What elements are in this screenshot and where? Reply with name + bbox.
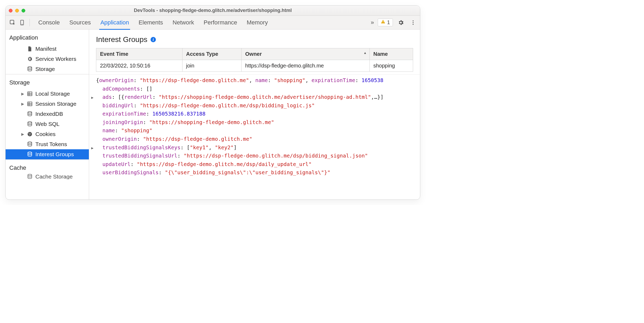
minimize-window[interactable] <box>15 9 19 12</box>
panel-title: Interest Groups <box>96 35 147 44</box>
db-icon <box>27 121 33 127</box>
sidebar-group-title: Cache <box>6 160 89 174</box>
svg-point-17 <box>28 112 32 113</box>
traffic-lights <box>9 9 25 12</box>
sidebar-item-label: Cookies <box>35 131 56 137</box>
sidebar-item-label: Service Workers <box>35 56 76 62</box>
object-prop-name: name: "shopping" <box>91 126 420 135</box>
device-toolbar-icon[interactable] <box>18 18 26 27</box>
sidebar-item-label: Cache Storage <box>35 174 73 179</box>
object-prop-trustedBiddingSignalsUrl: trustedBiddingSignalsUrl: "https://dsp-f… <box>91 152 420 160</box>
svg-point-21 <box>30 134 31 134</box>
sidebar-item-label: Local Storage <box>35 91 70 97</box>
divider <box>30 19 30 26</box>
disclosure-triangle[interactable]: ▶ <box>98 95 102 101</box>
sidebar-item-label: IndexedDB <box>35 111 63 117</box>
object-root[interactable]: ▼{ownerOrigin: "https://dsp-fledge-demo.… <box>91 76 420 85</box>
sidebar-item-label: Trust Tokens <box>35 141 67 147</box>
warnings-badge[interactable]: 1 <box>378 19 393 26</box>
sidebar-item-label: Session Storage <box>35 101 76 107</box>
disclosure-triangle[interactable]: ▶ <box>21 102 24 106</box>
info-icon[interactable]: i <box>151 37 156 42</box>
sidebar-item-cache-storage[interactable]: Cache Storage <box>6 174 89 179</box>
object-prop-expirationTime: expirationTime: 1650538216.837188 <box>91 110 420 118</box>
svg-point-25 <box>28 174 32 176</box>
svg-point-8 <box>28 67 32 68</box>
svg-point-5 <box>413 20 414 21</box>
toolbar: ConsoleSourcesApplicationElementsNetwork… <box>6 16 420 29</box>
cookie-icon <box>27 131 33 137</box>
zoom-window[interactable] <box>22 9 25 12</box>
sidebar-item-cookies[interactable]: ▶Cookies <box>6 129 89 139</box>
tab-performance[interactable]: Performance <box>203 16 237 29</box>
svg-point-22 <box>29 134 30 135</box>
svg-point-7 <box>413 24 414 25</box>
object-viewer: ▼{ownerOrigin: "https://dsp-fledge-demo.… <box>89 74 420 181</box>
object-prop-joiningOrigin: joiningOrigin: "https://shopping-fledge-… <box>91 118 420 127</box>
sidebar-item-interest-groups[interactable]: Interest Groups <box>6 149 89 159</box>
tab-sources[interactable]: Sources <box>69 16 91 29</box>
sidebar-item-local-storage[interactable]: ▶Local Storage <box>6 89 89 99</box>
svg-point-24 <box>28 152 32 154</box>
devtools-window: DevTools - shopping-fledge-demo.glitch.m… <box>5 5 420 200</box>
table-row[interactable]: 22/03/2022, 10:50:16joinhttps://dsp-fled… <box>96 60 413 72</box>
sidebar-item-manifest[interactable]: Manifest <box>6 44 89 54</box>
sidebar-item-trust-tokens[interactable]: Trust Tokens <box>6 139 89 149</box>
document-icon <box>27 46 33 52</box>
kebab-menu-icon[interactable] <box>409 18 417 27</box>
object-prop-updateUrl: updateUrl: "https://dsp-fledge-demo.glit… <box>91 160 420 169</box>
db-icon <box>27 111 33 117</box>
object-prop-adComponents: adComponents: [] <box>91 85 420 93</box>
table-cell: 22/03/2022, 10:50:16 <box>96 60 182 72</box>
tab-memory[interactable]: Memory <box>247 16 268 29</box>
sidebar: ApplicationManifestService WorkersStorag… <box>6 29 89 199</box>
warning-icon <box>381 19 385 26</box>
disclosure-triangle[interactable]: ▶ <box>98 145 102 151</box>
sidebar-group-title: Application <box>6 29 89 44</box>
object-prop-userBiddingSignals: userBiddingSignals: "{\"user_bidding_sig… <box>91 168 420 177</box>
object-prop-biddingUrl: biddingUrl: "https://dsp-fledge-demo.gli… <box>91 101 420 110</box>
disclosure-triangle[interactable]: ▶ <box>21 92 24 96</box>
sidebar-item-label: Interest Groups <box>35 151 74 158</box>
gear-icon <box>27 56 33 62</box>
tab-console[interactable]: Console <box>38 16 60 29</box>
col-header[interactable]: Name <box>369 48 413 60</box>
sidebar-item-indexeddb[interactable]: IndexedDB <box>6 109 89 119</box>
col-header[interactable]: Access Type <box>182 48 241 60</box>
disclosure-triangle[interactable]: ▶ <box>21 132 24 136</box>
sidebar-item-label: Web SQL <box>35 121 60 127</box>
events-table: Event TimeAccess TypeOwner▲Name 22/03/20… <box>96 48 413 72</box>
tab-network[interactable]: Network <box>173 16 194 29</box>
settings-icon[interactable] <box>397 18 405 27</box>
sidebar-item-service-workers[interactable]: Service Workers <box>6 54 89 64</box>
tab-application[interactable]: Application <box>100 16 129 29</box>
sidebar-group-title: Storage <box>6 74 89 89</box>
object-prop-trustedBiddingSignalsKeys[interactable]: ▶trustedBiddingSignalsKeys: ["key1", "ke… <box>91 143 420 152</box>
close-window[interactable] <box>9 9 13 12</box>
svg-point-23 <box>28 142 32 143</box>
svg-rect-3 <box>383 21 383 22</box>
titlebar: DevTools - shopping-fledge-demo.glitch.m… <box>6 6 420 16</box>
tab-elements[interactable]: Elements <box>139 16 163 29</box>
more-tabs-icon[interactable]: » <box>368 18 377 27</box>
sidebar-item-label: Manifest <box>35 46 56 52</box>
object-prop-ads[interactable]: ▶ads: [{renderUrl: "https://shopping-fle… <box>91 93 420 101</box>
panel-tabs: ConsoleSourcesApplicationElementsNetwork… <box>38 16 367 29</box>
col-header[interactable]: Event Time <box>96 48 182 60</box>
grid-icon <box>27 101 33 107</box>
svg-rect-13 <box>28 102 32 106</box>
svg-point-20 <box>29 133 30 134</box>
col-header[interactable]: Owner▲ <box>241 48 369 60</box>
sidebar-item-storage[interactable]: Storage <box>6 64 89 74</box>
table-cell: shopping <box>369 60 413 72</box>
sort-indicator-icon: ▲ <box>364 51 367 55</box>
sidebar-item-label: Storage <box>35 66 55 72</box>
svg-point-6 <box>413 22 414 23</box>
db-icon <box>27 174 33 179</box>
disclosure-triangle[interactable]: ▼ <box>91 78 96 84</box>
sidebar-item-web-sql[interactable]: Web SQL <box>6 119 89 129</box>
sidebar-item-session-storage[interactable]: ▶Session Storage <box>6 99 89 109</box>
svg-rect-9 <box>28 92 32 96</box>
body: ApplicationManifestService WorkersStorag… <box>6 29 420 199</box>
inspect-element-icon[interactable] <box>8 18 17 27</box>
